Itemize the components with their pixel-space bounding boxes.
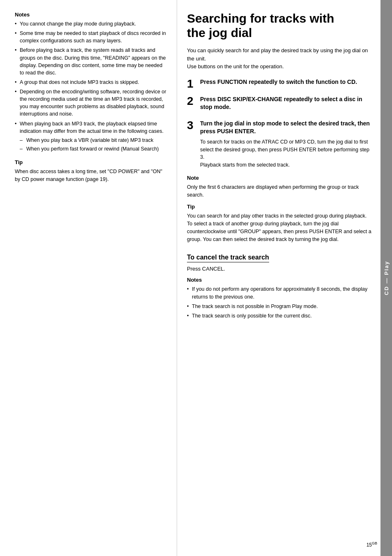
step-2: 2 Press DISC SKIP/EX-CHANGE repeatedly t… bbox=[187, 95, 372, 114]
note-item-1: You cannot change the play mode during p… bbox=[15, 20, 167, 28]
page-number: 15GB bbox=[367, 541, 377, 548]
cancel-text: Press CANCEL. bbox=[187, 266, 372, 272]
cancel-heading: To cancel the track search bbox=[187, 254, 269, 262]
step-2-number: 2 bbox=[187, 95, 196, 107]
sub-note-2: When you perform fast forward or rewind … bbox=[20, 145, 167, 153]
note-heading-right: Note bbox=[187, 175, 372, 181]
tip-heading-right: Tip bbox=[187, 204, 372, 210]
cancel-note-1: If you do not perform any operations for… bbox=[187, 285, 372, 300]
note-item-3: Before playing back a track, the system … bbox=[15, 46, 167, 76]
step-1-content: Press FUNCTION repeatedly to switch the … bbox=[200, 78, 372, 89]
left-column: Notes You cannot change the play mode du… bbox=[0, 0, 177, 556]
note-item-4: A group that does not include MP3 tracks… bbox=[15, 79, 167, 86]
right-column: Searching for tracks with the jog dial Y… bbox=[177, 0, 392, 556]
step-3-detail: To search for tracks on the ATRAC CD or … bbox=[200, 138, 372, 169]
step-1-title: Press FUNCTION repeatedly to switch the … bbox=[200, 78, 372, 86]
step-2-title: Press DISC SKIP/EX-CHANGE repeatedly to … bbox=[200, 95, 372, 111]
step-3-number: 3 bbox=[187, 120, 196, 131]
cancel-section: To cancel the track search Press CANCEL.… bbox=[187, 247, 372, 320]
step-3: 3 Turn the jog dial in stop mode to sele… bbox=[187, 120, 372, 169]
intro-text: You can quickly search for and play the … bbox=[187, 46, 372, 71]
sub-notes-list: When you play back a VBR (variable bit r… bbox=[20, 137, 167, 153]
sidebar-tab: CD — Play bbox=[380, 0, 392, 556]
note-section-right: Note Only the first 6 characters are dis… bbox=[187, 175, 372, 199]
step-1-number: 1 bbox=[187, 78, 196, 90]
tip-heading-left: Tip bbox=[15, 159, 167, 165]
note-text-right: Only the first 6 characters are displaye… bbox=[187, 183, 372, 199]
notes-heading-left: Notes bbox=[15, 12, 167, 18]
note-item-6: When playing back an MP3 track, the play… bbox=[15, 120, 167, 153]
note-item-5: Depending on the encoding/writing softwa… bbox=[15, 88, 167, 118]
notes-list-left: You cannot change the play mode during p… bbox=[15, 20, 167, 153]
tip-text-right: You can search for and play other tracks… bbox=[187, 212, 372, 243]
note-item-2: Some time may be needed to start playbac… bbox=[15, 30, 167, 44]
tip-section-right: Tip You can search for and play other tr… bbox=[187, 204, 372, 243]
step-3-content: Turn the jog dial in stop mode to select… bbox=[200, 120, 372, 169]
step-2-content: Press DISC SKIP/EX-CHANGE repeatedly to … bbox=[200, 95, 372, 114]
page-container: Notes You cannot change the play mode du… bbox=[0, 0, 392, 556]
step-3-title: Turn the jog dial in stop mode to select… bbox=[200, 120, 372, 136]
cancel-note-2: The track search is not possible in Prog… bbox=[187, 303, 372, 310]
sub-note-1: When you play back a VBR (variable bit r… bbox=[20, 137, 167, 144]
tip-text-left: When disc access takes a long time, set … bbox=[15, 168, 167, 183]
sidebar-tab-label: CD — Play bbox=[383, 261, 390, 295]
step-1: 1 Press FUNCTION repeatedly to switch th… bbox=[187, 78, 372, 90]
cancel-notes-heading: Notes bbox=[187, 277, 372, 283]
page-title: Searching for tracks with the jog dial bbox=[187, 12, 372, 40]
cancel-note-3: The track search is only possible for th… bbox=[187, 312, 372, 320]
tip-section-left: Tip When disc access takes a long time, … bbox=[15, 159, 167, 183]
cancel-notes-list: If you do not perform any operations for… bbox=[187, 285, 372, 320]
